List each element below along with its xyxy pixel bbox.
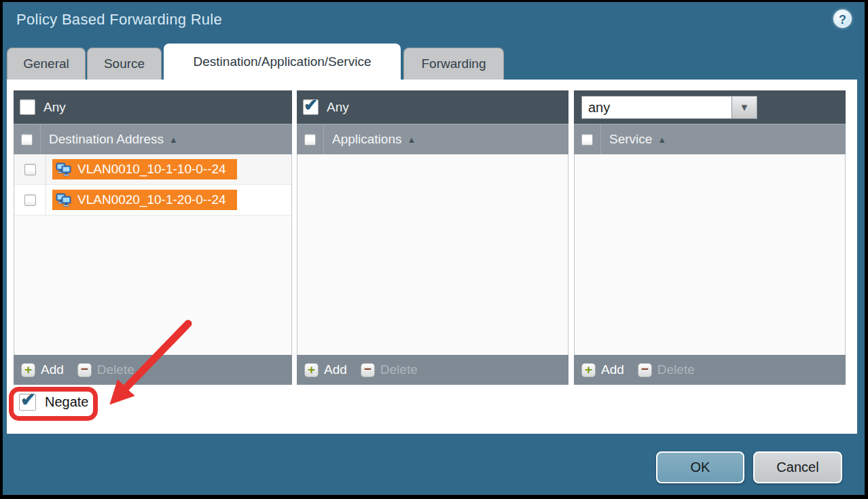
service-column: any ▼ Service ▲ + Add [574, 90, 846, 385]
row-checkbox[interactable] [24, 194, 36, 206]
annotation-highlight-box [9, 387, 98, 421]
destination-any-checkbox[interactable]: ✔ [20, 99, 35, 115]
service-add-button[interactable]: + Add [581, 362, 624, 377]
row-checkbox-cell [14, 154, 46, 184]
service-footer: + Add − Delete [574, 355, 846, 385]
service-select-all-checkbox[interactable] [581, 134, 593, 145]
applications-add-button[interactable]: + Add [304, 362, 347, 377]
destination-any-label: Any [43, 100, 66, 115]
service-column-header[interactable]: Service ▲ [609, 132, 666, 147]
applications-any-checkbox[interactable]: ✔ [303, 99, 319, 115]
add-icon: + [304, 363, 319, 377]
row-checkbox-cell [14, 185, 46, 215]
service-header-row: Service ▲ [574, 124, 846, 154]
applications-column-header[interactable]: Applications ▲ [332, 132, 416, 147]
chevron-down-icon[interactable]: ▼ [732, 96, 757, 119]
tab-destination-application-service[interactable]: Destination/Application/Service [164, 44, 401, 80]
delete-icon: − [361, 363, 375, 377]
tab-content-panel: ✔ Any Destination Address ▲ [7, 80, 857, 434]
destination-address-row[interactable]: VLAN0010_10-1-10-0--24 [14, 154, 291, 185]
row-checkbox[interactable] [24, 164, 36, 175]
select-all-cell [297, 124, 324, 154]
service-dropdown-value[interactable]: any [581, 96, 732, 119]
sort-asc-icon: ▲ [169, 135, 178, 145]
destination-address-list: VLAN0010_10-1-10-0--24 [14, 154, 292, 355]
destination-address-row[interactable]: VLAN0020_10-1-20-0--24 [14, 185, 291, 216]
applications-column: ✔ Any Applications ▲ + Add [297, 90, 568, 385]
delete-icon: − [77, 363, 92, 377]
service-list [574, 154, 846, 355]
destination-header-row: Destination Address ▲ [14, 124, 292, 154]
service-any-bar: any ▼ [574, 90, 846, 124]
applications-delete-button[interactable]: − Delete [361, 362, 418, 377]
address-object-chip[interactable]: VLAN0010_10-1-10-0--24 [52, 159, 237, 179]
applications-list [297, 154, 568, 355]
tab-label: Forwarding [421, 56, 486, 71]
sort-asc-icon: ▲ [657, 135, 666, 145]
applications-any-label: Any [327, 100, 349, 115]
applications-select-all-checkbox[interactable] [304, 134, 316, 145]
policy-based-forwarding-dialog: Policy Based Forwarding Rule ? General S… [0, 0, 868, 499]
select-all-cell [14, 124, 41, 154]
destination-add-button[interactable]: + Add [21, 362, 64, 377]
select-all-cell [574, 124, 601, 154]
tab-label: Source [104, 56, 145, 71]
network-address-icon [56, 193, 72, 207]
tab-source[interactable]: Source [87, 48, 162, 80]
applications-any-bar: ✔ Any [297, 90, 568, 124]
network-address-icon [56, 162, 72, 177]
ok-button[interactable]: OK [656, 451, 744, 483]
tab-forwarding[interactable]: Forwarding [403, 48, 504, 80]
add-icon: + [581, 363, 596, 377]
destination-delete-button[interactable]: − Delete [77, 362, 134, 377]
cancel-button[interactable]: Cancel [753, 451, 842, 483]
destination-address-column: ✔ Any Destination Address ▲ [14, 90, 292, 385]
tab-label: General [23, 56, 69, 71]
address-object-name: VLAN0020_10-1-20-0--24 [77, 192, 226, 207]
tab-general[interactable]: General [7, 48, 86, 80]
destination-select-all-checkbox[interactable] [21, 134, 33, 145]
tab-label: Destination/Application/Service [194, 54, 372, 69]
check-icon: ✔ [304, 95, 318, 115]
address-object-name: VLAN0010_10-1-10-0--24 [77, 162, 226, 177]
destination-any-bar: ✔ Any [14, 90, 292, 124]
service-delete-button[interactable]: − Delete [638, 362, 695, 377]
delete-icon: − [638, 363, 652, 377]
service-dropdown[interactable]: any ▼ [581, 96, 757, 119]
dialog-title: Policy Based Forwarding Rule [16, 11, 222, 29]
destination-column-header[interactable]: Destination Address ▲ [49, 132, 178, 147]
applications-header-row: Applications ▲ [297, 124, 568, 154]
destination-footer: + Add − Delete [14, 355, 292, 385]
address-object-chip[interactable]: VLAN0020_10-1-20-0--24 [52, 190, 237, 210]
sort-asc-icon: ▲ [407, 135, 416, 145]
applications-footer: + Add − Delete [297, 355, 568, 385]
help-icon[interactable]: ? [833, 10, 852, 28]
add-icon: + [21, 363, 35, 377]
